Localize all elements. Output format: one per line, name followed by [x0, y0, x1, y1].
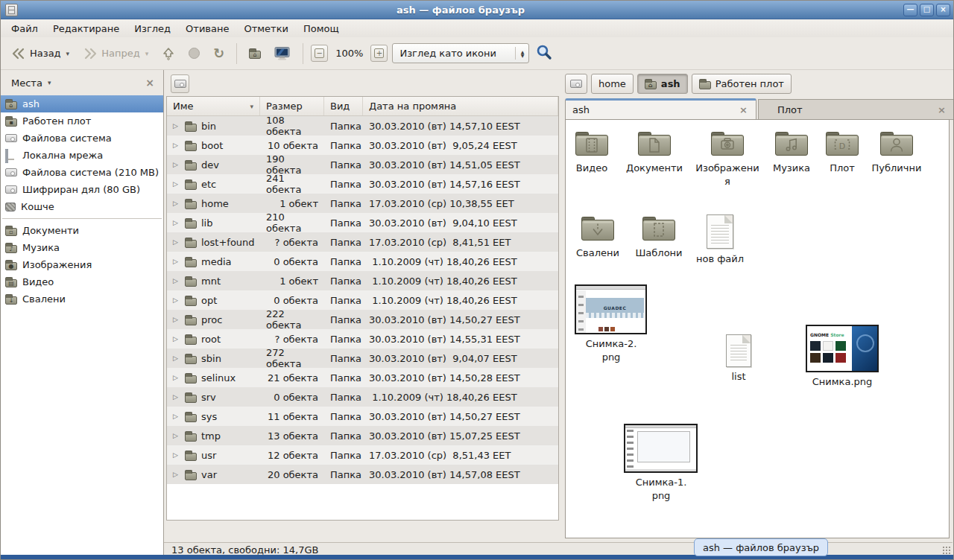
titlebar[interactable]: ash — файлов браузър — □ × [1, 1, 953, 19]
close-button[interactable]: × [936, 4, 950, 16]
places-selector[interactable]: Места ▾ [7, 75, 55, 91]
menu-bookmarks[interactable]: Отметки [236, 19, 295, 37]
minimize-button[interactable]: — [903, 4, 917, 16]
reload-button[interactable]: ↻ [209, 44, 229, 63]
table-row[interactable]: ▷root? обектаПапка30.03.2010 (вт) 14,55,… [167, 329, 558, 349]
folder-label[interactable]: Изображения [694, 162, 761, 188]
column-header-modified[interactable]: Дата на промяна [363, 97, 558, 115]
menu-view[interactable]: Изглед [127, 19, 178, 37]
expander-icon[interactable]: ▷ [173, 316, 180, 323]
home-button[interactable]: ⌂ [244, 45, 265, 62]
table-row[interactable]: ▷mnt1 обектПапка 1.10.2009 (чт) 18,40,26… [167, 271, 558, 290]
zoom-in-button[interactable]: + [370, 45, 388, 62]
breadcrumb-ash-button[interactable]: ⌂ ash [637, 74, 688, 94]
sidebar-item-ash[interactable]: ⌂ ash [1, 95, 163, 112]
image-thumbnail-snimka-1[interactable] [624, 424, 698, 473]
stop-button[interactable] [184, 45, 204, 62]
table-row[interactable]: ▷proc222 обектаПапка30.03.2010 (вт) 14,5… [167, 310, 558, 329]
sidebar-item-filesystem[interactable]: Файлова система [1, 130, 163, 147]
menu-edit[interactable]: Редактиране [45, 19, 127, 37]
pictures-folder-icon[interactable] [710, 130, 745, 157]
back-button[interactable]: Назад ▾ [7, 45, 74, 63]
table-row[interactable]: ▷media0 обектаПапка 1.10.2009 (чт) 18,40… [167, 252, 558, 271]
file-label[interactable]: Снимка.png [809, 375, 876, 389]
documents-folder-icon[interactable] [637, 130, 672, 157]
folder-label[interactable]: Видео [558, 162, 625, 175]
tab-ash[interactable]: ash × [565, 98, 756, 119]
image-thumbnail-snimka-2[interactable]: GUADEC [575, 284, 647, 334]
table-row[interactable]: ▷sbin272 обектаПапка30.03.2010 (вт) 9,04… [167, 349, 558, 368]
expander-icon[interactable]: ▷ [173, 238, 180, 246]
table-row[interactable]: ▷var20 обектаПапка30.03.2010 (вт) 14,57,… [167, 465, 558, 484]
zoom-out-button[interactable]: − [311, 45, 328, 62]
table-row[interactable]: ▷bin108 обектаПапка30.03.2010 (вт) 14,57… [167, 116, 558, 136]
sidebar-close-icon[interactable]: × [142, 77, 157, 89]
expander-icon[interactable]: ▷ [173, 374, 180, 381]
expander-icon[interactable]: ▷ [173, 413, 180, 420]
expander-icon[interactable]: ▷ [173, 200, 180, 207]
expander-icon[interactable]: ▷ [173, 432, 180, 439]
tab-close-icon[interactable]: × [738, 104, 749, 115]
sidebar-item-music[interactable]: ♪ Музика [1, 239, 163, 256]
file-label[interactable]: list [705, 370, 772, 384]
sidebar-item-desktop[interactable]: ▪ Работен плот [1, 112, 163, 130]
forward-button[interactable]: Напред ▾ [78, 45, 153, 63]
file-label[interactable]: Снимка-2.png [584, 337, 638, 363]
text-file-icon[interactable] [726, 334, 751, 367]
expander-icon[interactable]: ▷ [173, 161, 180, 168]
column-header-name[interactable]: Име ▾ [167, 97, 260, 115]
breadcrumb-desktop-button[interactable]: Работен плот [692, 74, 792, 94]
sidebar-item-encrypted[interactable]: Шифриран дял (80 GB) [1, 181, 163, 198]
sidebar-item-trash[interactable]: Кошче [1, 198, 163, 215]
table-row[interactable]: ▷dev190 обектаПапка30.03.2010 (вт) 14,51… [167, 155, 558, 174]
music-folder-icon[interactable] [774, 130, 809, 157]
sidebar-item-pictures[interactable]: ● Изображения [1, 256, 163, 273]
table-row[interactable]: ▷usr12 обектаПапка17.03.2010 (ср) 8,51,4… [167, 445, 558, 465]
sidebar-item-network[interactable]: Локална мрежа [1, 147, 163, 164]
up-button[interactable] [157, 44, 180, 63]
table-row[interactable]: ▷boot10 обектаПапка30.03.2010 (вт) 9,05,… [167, 136, 558, 155]
table-row[interactable]: ▷home1 обектПапка17.03.2010 (ср) 10,38,5… [167, 194, 558, 213]
expander-icon[interactable]: ▷ [173, 277, 180, 284]
pane-location-button[interactable] [171, 74, 189, 93]
sidebar-item-videos[interactable]: ▤ Видео [1, 273, 163, 290]
menu-file[interactable]: Файл [4, 19, 45, 37]
breadcrumb-root-button[interactable] [565, 74, 587, 94]
sidebar-item-filesystem-210[interactable]: Файлова система (210 MB) [1, 164, 163, 181]
folder-label[interactable]: Шаблони [625, 246, 692, 260]
back-dropdown-icon[interactable]: ▾ [66, 50, 70, 57]
menu-help[interactable]: Помощ [296, 19, 347, 37]
expander-icon[interactable]: ▷ [173, 258, 180, 265]
menu-go[interactable]: Отиване [178, 19, 236, 37]
table-row[interactable]: ▷tmp13 обектаПапка30.03.2010 (вт) 15,07,… [167, 426, 558, 445]
image-thumbnail-snimka[interactable]: GNOME Store [806, 325, 879, 372]
breadcrumb-home-button[interactable]: home [591, 74, 634, 94]
table-row[interactable]: ▷sys11 обектаПапка30.03.2010 (вт) 14,50,… [167, 407, 558, 426]
maximize-button[interactable]: □ [920, 4, 934, 16]
column-header-size[interactable]: Размер [260, 97, 324, 115]
table-row[interactable]: ▷lib210 обектаПапка30.03.2010 (вт) 9,04,… [167, 213, 558, 232]
table-row[interactable]: ▷selinux21 обектаПапка30.03.2010 (вт) 14… [167, 368, 558, 387]
expander-icon[interactable]: ▷ [173, 296, 180, 304]
combo-spinner-icon[interactable]: ▲▼ [521, 50, 525, 57]
table-row[interactable]: ▷srv0 обектаПапка 1.10.2009 (чт) 18,40,2… [167, 387, 558, 407]
expander-icon[interactable]: ▷ [173, 335, 180, 343]
expander-icon[interactable]: ▷ [173, 451, 180, 459]
videos-folder-icon[interactable] [575, 130, 609, 157]
sidebar-item-documents[interactable]: ▫ Документи [1, 222, 163, 239]
tab-close-icon[interactable]: × [936, 104, 947, 115]
expander-icon[interactable]: ▷ [173, 141, 180, 149]
templates-folder-icon[interactable] [642, 215, 676, 242]
folder-label[interactable]: Свалени [564, 246, 631, 260]
expander-icon[interactable]: ▷ [173, 354, 180, 362]
folder-label[interactable]: Документи [621, 162, 688, 175]
text-file-icon[interactable] [707, 214, 733, 249]
expander-icon[interactable]: ▷ [173, 471, 180, 478]
desktop-folder-icon[interactable]: D [825, 130, 859, 157]
downloads-folder-icon[interactable] [581, 215, 615, 242]
forward-dropdown-icon[interactable]: ▾ [145, 50, 149, 57]
expander-icon[interactable]: ▷ [173, 122, 180, 130]
resize-grip[interactable] [942, 546, 951, 555]
table-row[interactable]: ▷lost+found? обектаПапка17.03.2010 (ср) … [167, 232, 558, 252]
expander-icon[interactable]: ▷ [173, 180, 180, 188]
